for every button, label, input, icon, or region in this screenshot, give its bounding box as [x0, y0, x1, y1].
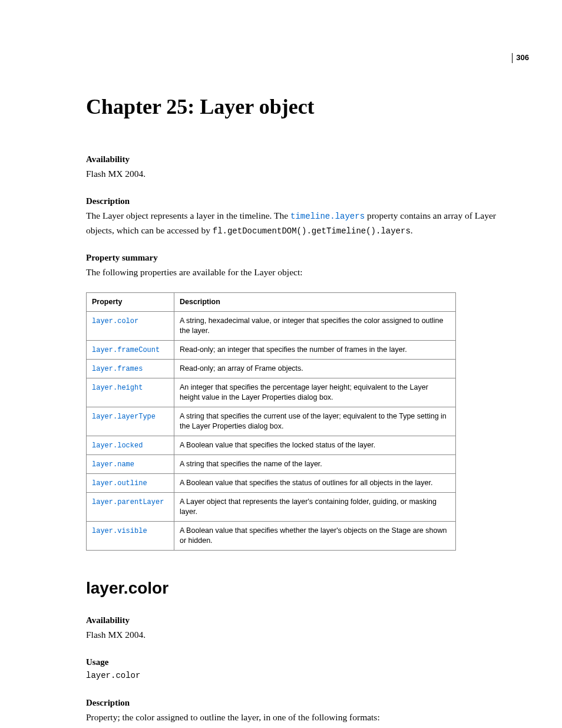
description-cell: A Boolean value that specifies whether t…: [174, 522, 456, 551]
chapter-title: Chapter 25: Layer object: [86, 94, 509, 119]
table-row: layer.nameA string that specifies the na…: [87, 455, 456, 474]
property-cell: layer.color: [87, 312, 174, 341]
desc-part3: .: [411, 225, 413, 235]
property-link[interactable]: layer.frameCount: [92, 346, 160, 354]
property-summary-text: The following properties are available f…: [86, 265, 509, 279]
property-cell: layer.outline: [87, 474, 174, 493]
table-row: layer.framesRead-only; an array of Frame…: [87, 360, 456, 378]
api-availability-label: Availability: [86, 615, 509, 625]
property-link[interactable]: layer.visible: [92, 527, 147, 535]
table-row: layer.outlineA Boolean value that specif…: [87, 474, 456, 493]
property-link[interactable]: layer.layerType: [92, 413, 156, 421]
availability-text: Flash MX 2004.: [86, 167, 509, 181]
property-link[interactable]: layer.name: [92, 460, 134, 469]
api-usage-label: Usage: [86, 657, 509, 667]
property-table: Property Description layer.colorA string…: [86, 292, 456, 551]
property-link[interactable]: layer.parentLayer: [92, 498, 164, 506]
table-row: layer.visibleA Boolean value that specif…: [87, 522, 456, 551]
property-cell: layer.locked: [87, 436, 174, 454]
property-cell: layer.frameCount: [87, 341, 174, 360]
table-row: layer.frameCountRead-only; an integer th…: [87, 341, 456, 360]
property-link[interactable]: layer.height: [92, 384, 143, 392]
table-row: layer.layerTypeA string that specifies t…: [87, 407, 456, 436]
property-cell: layer.height: [87, 378, 174, 407]
table-row: layer.lockedA Boolean value that specifi…: [87, 436, 456, 454]
timeline-layers-link[interactable]: timeline.layers: [290, 212, 365, 221]
description-text: The Layer object represents a layer in t…: [86, 209, 509, 238]
page-number: 306: [512, 53, 529, 63]
description-cell: A string that specifies the current use …: [174, 407, 456, 436]
api-usage-code: layer.color: [86, 670, 509, 683]
description-cell: Read-only; an integer that specifies the…: [174, 341, 456, 360]
property-link[interactable]: layer.color: [92, 317, 138, 325]
api-description-text: Property; the color assigned to outline …: [86, 710, 509, 724]
property-cell: layer.layerType: [87, 407, 174, 436]
table-row: layer.colorA string, hexadecimal value, …: [87, 312, 456, 341]
api-description-label: Description: [86, 698, 509, 708]
description-cell: Read-only; an array of Frame objects.: [174, 360, 456, 378]
property-link[interactable]: layer.outline: [92, 479, 147, 487]
page: 306 Chapter 25: Layer object Availabilit…: [0, 0, 562, 728]
description-cell: A Layer object that represents the layer…: [174, 493, 456, 522]
api-heading-layer-color: layer.color: [86, 579, 509, 598]
availability-label: Availability: [86, 154, 509, 164]
description-cell: An integer that specifies the percentage…: [174, 378, 456, 407]
description-cell: A string that specifies the name of the …: [174, 455, 456, 474]
property-cell: layer.name: [87, 455, 174, 474]
property-link[interactable]: layer.frames: [92, 365, 143, 373]
property-cell: layer.visible: [87, 522, 174, 551]
property-summary-label: Property summary: [86, 253, 509, 263]
desc-part1: The Layer object represents a layer in t…: [86, 210, 290, 220]
col-property: Property: [87, 293, 174, 312]
api-availability-text: Flash MX 2004.: [86, 628, 509, 642]
description-cell: A Boolean value that specifies the statu…: [174, 474, 456, 493]
col-description: Description: [174, 293, 456, 312]
table-row: layer.parentLayerA Layer object that rep…: [87, 493, 456, 522]
property-cell: layer.parentLayer: [87, 493, 174, 522]
property-link[interactable]: layer.locked: [92, 442, 143, 450]
desc-code: fl.getDocumentDOM().getTimeline().layers: [213, 226, 411, 236]
description-cell: A Boolean value that specifies the locke…: [174, 436, 456, 454]
property-cell: layer.frames: [87, 360, 174, 378]
table-header-row: Property Description: [87, 293, 456, 312]
description-cell: A string, hexadecimal value, or integer …: [174, 312, 456, 341]
description-label: Description: [86, 196, 509, 206]
table-row: layer.heightAn integer that specifies th…: [87, 378, 456, 407]
